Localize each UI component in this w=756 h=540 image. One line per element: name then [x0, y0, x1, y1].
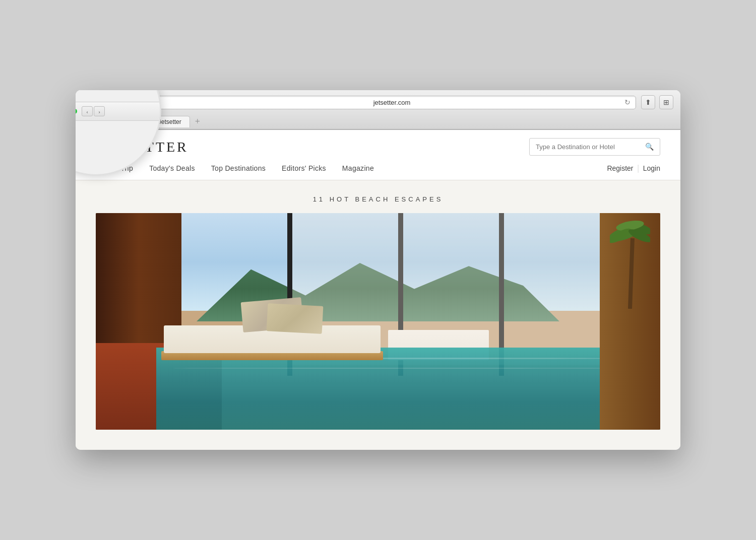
zoom-forward-btn[interactable]: › — [94, 106, 105, 116]
address-bar[interactable]: ☰ jetsetter.com ↻ — [148, 96, 636, 109]
nav-editors-picks[interactable]: Editors' Picks — [282, 164, 326, 172]
toolbar-actions: ⬆ ⊞ — [641, 95, 673, 109]
refresh-icon[interactable]: ↻ — [624, 98, 631, 107]
site-header-top: JETSETTER 🔍 — [96, 130, 660, 164]
site-nav: Book a Trip Today's Deals Top Destinatio… — [96, 164, 660, 180]
share-button[interactable]: ⬆ — [641, 95, 655, 109]
zoom-nav-buttons: ‹ › — [82, 106, 105, 116]
zoom-back-btn[interactable]: ‹ — [82, 106, 93, 116]
nav-todays-deals[interactable]: Today's Deals — [149, 164, 195, 172]
register-link[interactable]: Register — [607, 164, 633, 172]
browser-chrome: ✕ ‹ › ☰ jetsetter.com ↻ ⬆ ⊞ 11 Hot Beach… — [76, 90, 680, 130]
search-bar[interactable]: 🔍 — [529, 138, 660, 156]
hero-image — [96, 213, 660, 430]
nav-auth: Register | Login — [607, 164, 660, 173]
new-tab-button[interactable]: ⊞ — [659, 95, 673, 109]
article-title: 11 HOT BEACH ESCAPES — [96, 195, 660, 203]
hero-pillow-2 — [267, 304, 324, 334]
add-tab-button[interactable]: + — [193, 117, 202, 126]
tab-bar: 11 Hot Beach Escapes - Jetsetter + — [76, 114, 680, 129]
search-input[interactable] — [536, 143, 641, 151]
zoom-browser-bar: ‹ › — [76, 102, 161, 121]
zoom-maximize-btn[interactable] — [76, 109, 77, 114]
svg-line-0 — [630, 238, 633, 309]
nav-magazine[interactable]: Magazine — [342, 164, 374, 172]
nav-main-links: Book a Trip Today's Deals Top Destinatio… — [96, 164, 374, 172]
browser-toolbar: ✕ ‹ › ☰ jetsetter.com ↻ ⬆ ⊞ — [76, 90, 680, 114]
auth-divider: | — [638, 164, 639, 173]
hero-palm-tree — [610, 213, 650, 309]
hero-scene — [96, 213, 660, 430]
login-link[interactable]: Login — [643, 164, 660, 172]
site-header: JETSETTER 🔍 Book a Trip Today's Deals To… — [76, 130, 680, 180]
zoom-content: ‹ › — [76, 102, 161, 121]
url-text: jetsetter.com — [163, 99, 620, 106]
nav-top-destinations[interactable]: Top Destinations — [211, 164, 266, 172]
browser-window: ‹ › ✕ ‹ › ☰ jetsetter.com ↻ — [76, 90, 680, 450]
search-icon[interactable]: 🔍 — [645, 143, 654, 151]
website-content: JETSETTER 🔍 Book a Trip Today's Deals To… — [76, 130, 680, 450]
main-content: 11 HOT BEACH ESCAPES — [76, 180, 680, 450]
